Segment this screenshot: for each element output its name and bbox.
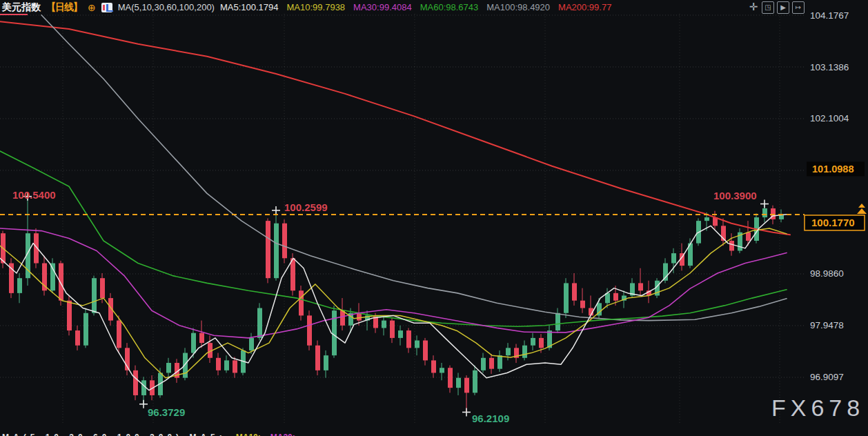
axis-tick-label: 102.1004 bbox=[810, 113, 849, 123]
period-selector[interactable]: 【日线】 bbox=[46, 1, 82, 14]
gridlines bbox=[0, 14, 806, 424]
ma-value: MA200:99.77 bbox=[558, 2, 611, 12]
ma-line-MA200 bbox=[0, 21, 790, 235]
price-annotation: 96.3729 bbox=[148, 406, 185, 418]
ma-line-MA60 bbox=[0, 151, 787, 326]
axis-tick-label: 98.9860 bbox=[810, 268, 844, 279]
price-annotation: 96.2109 bbox=[472, 413, 509, 424]
chart-toolbar: ✛ ◳ ▶ ↦ bbox=[748, 1, 805, 14]
pane-forward-icon[interactable]: ↦ bbox=[792, 1, 805, 14]
ma-value: MA100:98.4920 bbox=[486, 2, 550, 12]
price-annotation: 100.3900 bbox=[713, 190, 757, 201]
ma-value: MA60:98.6743 bbox=[420, 2, 479, 12]
price-annotation: 100.5400 bbox=[12, 189, 56, 201]
chart-canvas[interactable]: FX678100.5400100.2599100.390096.372996.2… bbox=[0, 0, 868, 436]
ma-values: MA5:100.1794MA10:99.7938MA30:99.4084MA60… bbox=[220, 2, 620, 12]
price-up-arrow-icon bbox=[857, 208, 867, 214]
price-axis: 104.1767103.1386102.1004101.062398.98609… bbox=[810, 10, 849, 383]
axis-tick-label: 96.9097 bbox=[810, 372, 844, 382]
lower-panel-clipped-row: MA(5,10,30,60,100,200) MA5:MA10:MA30: bbox=[0, 433, 868, 436]
watermark: FX678 bbox=[771, 395, 865, 421]
ma-line-MA5 bbox=[0, 215, 787, 390]
kline-chart-icon[interactable] bbox=[101, 3, 112, 12]
current-price-label: 100.1770 bbox=[811, 217, 855, 228]
annotations: 100.5400100.2599100.390096.372996.2109 bbox=[12, 189, 769, 425]
chart-app: 美元指数 【日线】 ⊕ MA(5,10,30,60,100,200) MA5:1… bbox=[0, 0, 868, 436]
price-up-arrow-icon bbox=[858, 204, 865, 208]
ma-value: MA10:99.7938 bbox=[287, 2, 346, 12]
secondary-price-label: 101.0988 bbox=[812, 164, 854, 175]
pane-back-icon[interactable]: ◳ bbox=[762, 1, 774, 14]
add-indicator-icon[interactable]: ⊕ bbox=[88, 3, 96, 12]
ma-value: MA30:99.4084 bbox=[353, 2, 412, 12]
axis-tick-label: 97.9478 bbox=[810, 320, 844, 330]
price-annotation: 100.2599 bbox=[284, 201, 328, 213]
ma-value: MA5:100.1794 bbox=[220, 2, 279, 12]
pane-play-icon[interactable]: ▶ bbox=[777, 1, 789, 14]
symbol-name[interactable]: 美元指数 bbox=[2, 1, 41, 14]
chart-header: 美元指数 【日线】 ⊕ MA(5,10,30,60,100,200) MA5:1… bbox=[0, 0, 868, 14]
ma-settings-label[interactable]: MA(5,10,30,60,100,200) bbox=[118, 2, 215, 12]
axis-tick-label: 103.1386 bbox=[810, 62, 849, 72]
crosshair-icon[interactable]: ✛ bbox=[748, 1, 759, 12]
candles bbox=[1, 197, 784, 413]
